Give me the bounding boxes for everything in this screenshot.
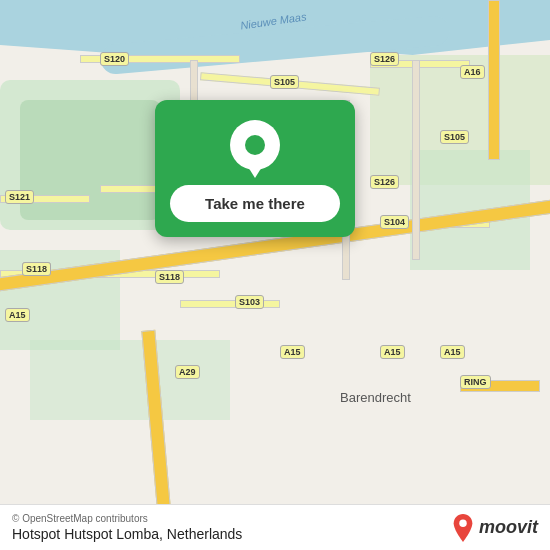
road-label-s121: S121 — [5, 190, 34, 204]
road-label-a15-2: A15 — [280, 345, 305, 359]
road-label-a16: A16 — [460, 65, 485, 79]
road-label-s104: S104 — [380, 215, 409, 229]
road-label-s126-2: S126 — [370, 175, 399, 189]
road-label-s103-2: S103 — [235, 295, 264, 309]
svg-point-1 — [245, 135, 265, 155]
svg-marker-2 — [245, 162, 265, 178]
road-label-a15-4: A15 — [440, 345, 465, 359]
bottom-left: © OpenStreetMap contributors Hotspot Hut… — [12, 513, 242, 542]
road-a16 — [488, 0, 500, 160]
road-label-s105-2: S105 — [440, 130, 469, 144]
road-label-a29: A29 — [175, 365, 200, 379]
take-me-there-button[interactable]: Take me there — [170, 185, 340, 222]
map-container: Nieuwe Maas S120S126S126A16S105S105S103S… — [0, 0, 550, 550]
road-label-s126-1: S126 — [370, 52, 399, 66]
green-area — [30, 340, 230, 420]
svg-point-3 — [459, 519, 466, 526]
road-label-s118-2: S118 — [155, 270, 184, 284]
road-connector — [412, 60, 420, 260]
location-name: Hotspot Hutspot Lomba, Netherlands — [12, 526, 242, 542]
location-pin-icon — [230, 120, 280, 180]
popup-card: Take me there — [155, 100, 355, 237]
attribution-text: © OpenStreetMap contributors — [12, 513, 242, 524]
road-label-a15-1: A15 — [5, 308, 30, 322]
bottom-bar: © OpenStreetMap contributors Hotspot Hut… — [0, 504, 550, 550]
road-label-s118-3: S118 — [22, 262, 51, 276]
road-label-ring: RING — [460, 375, 491, 389]
moovit-pin-icon — [451, 514, 475, 542]
road-s103-lower — [180, 300, 280, 308]
road-label-s120: S120 — [100, 52, 129, 66]
moovit-brand-text: moovit — [479, 517, 538, 538]
road-label-s105-1: S105 — [270, 75, 299, 89]
road-label-a15-3: A15 — [380, 345, 405, 359]
moovit-logo: moovit — [451, 514, 538, 542]
